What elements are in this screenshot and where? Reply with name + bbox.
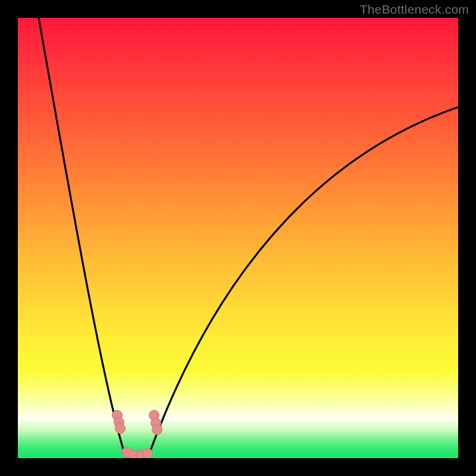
plot-area [18, 18, 458, 458]
left-curve [39, 18, 125, 455]
data-marker [152, 425, 162, 435]
chart-frame: TheBottleneck.com [0, 0, 476, 476]
right-curve [149, 107, 458, 455]
watermark-text: TheBottleneck.com [360, 2, 469, 17]
chart-svg [18, 18, 458, 458]
data-marker [143, 449, 153, 459]
data-marker [115, 424, 126, 434]
